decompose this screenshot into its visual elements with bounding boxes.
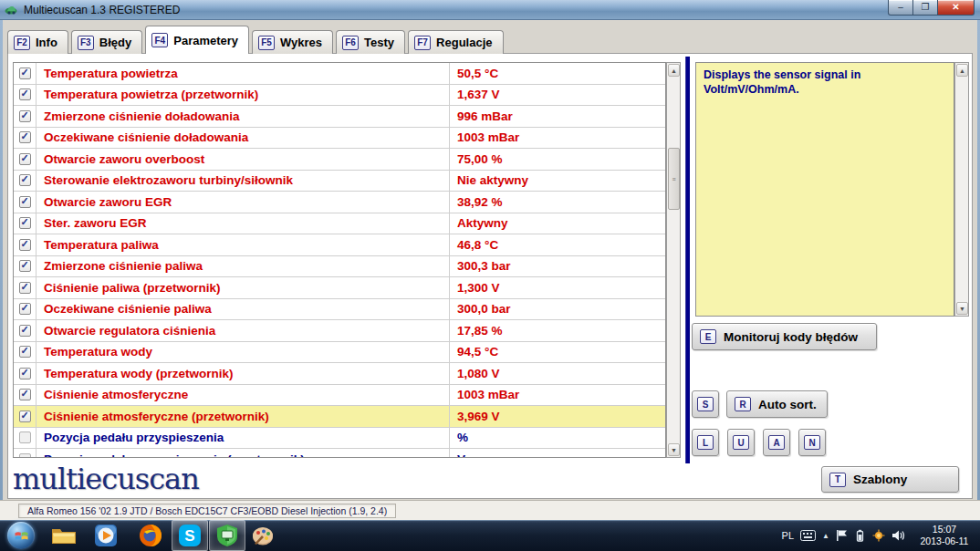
table-scrollbar-thumb[interactable]: ≡ [668, 148, 680, 210]
tab-f4-parametery[interactable]: F4 Parametery [145, 26, 249, 54]
tab-f3-błędy[interactable]: F3 Błędy [71, 30, 142, 54]
table-row[interactable]: Temperatura paliwa 46,8 °C [14, 234, 665, 256]
row-checkbox[interactable] [19, 411, 31, 422]
table-row[interactable]: Otwarcie zaworu overboost 75,00 % [14, 149, 665, 171]
row-checkbox[interactable] [19, 196, 31, 208]
row-checkbox[interactable] [19, 389, 31, 400]
table-row[interactable]: Temperatura powietrza 50,5 °C [14, 63, 665, 85]
network-alert-icon[interactable] [872, 529, 885, 542]
a-button[interactable]: A [763, 429, 790, 456]
row-checkbox[interactable] [19, 217, 31, 229]
minimize-button[interactable]: – [888, 0, 913, 16]
info-scroll-up-icon[interactable]: ▲ [956, 64, 968, 77]
clock-time: 15:07 [916, 524, 973, 535]
maximize-button[interactable]: ❐ [913, 0, 938, 16]
param-name: Temperatura powietrza (przetwornik) [44, 88, 258, 101]
tab-f2-info[interactable]: F2 Info [7, 30, 68, 54]
u-button[interactable]: U [727, 429, 755, 456]
row-checkbox[interactable] [19, 131, 31, 143]
app-icon [5, 4, 18, 16]
table-row[interactable]: Otwarcie zaworu EGR 38,92 % [14, 192, 665, 213]
param-value: 300,3 bar [457, 259, 511, 273]
param-value: % [457, 431, 468, 444]
param-value: 996 mBar [457, 109, 513, 123]
taskbar-firefox[interactable] [132, 520, 169, 551]
taskbar-windows-media-player[interactable] [88, 520, 124, 551]
auto-sort-button[interactable]: R Auto sort. [726, 390, 828, 418]
table-row[interactable]: Ciśnienie paliwa (przetwornik) 1,300 V [14, 277, 665, 299]
table-row[interactable]: Oczekiwane ciśnienie doładowania 1003 mB… [14, 128, 665, 150]
tab-key-badge: F6 [342, 36, 359, 50]
battery-icon[interactable] [854, 529, 866, 542]
row-checkbox[interactable] [19, 153, 31, 165]
row-checkbox[interactable] [19, 88, 31, 100]
panel-splitter[interactable] [685, 57, 690, 463]
param-value: 3,969 V [457, 410, 500, 423]
table-row[interactable]: Zmierzone ciśnienie paliwa 300,3 bar [14, 256, 665, 278]
tab-f7-regulacje[interactable]: F7 Regulacje [408, 30, 503, 54]
info-scroll-down-icon[interactable]: ▼ [956, 302, 968, 315]
show-hidden-icons-icon[interactable]: ▲ [822, 532, 829, 540]
row-checkbox[interactable] [19, 325, 31, 337]
scroll-up-icon[interactable]: ▲ [668, 64, 680, 77]
param-name: Zmierzone ciśnienie doładowania [44, 109, 240, 123]
status-bar: Alfa Romeo 156 '02 1.9 JTD / Bosch EDC15… [0, 500, 980, 520]
keyboard-icon[interactable] [800, 530, 816, 541]
table-row[interactable]: Ster. zaworu EGR Aktywny [14, 213, 665, 235]
title-bar[interactable]: Multiecuscan 1.3 REGISTERED – ❐ ✕ [0, 0, 980, 20]
monitor-error-codes-button[interactable]: E Monitoruj kody błędów [692, 323, 877, 350]
close-button[interactable]: ✕ [938, 0, 975, 16]
row-checkbox[interactable] [19, 110, 31, 122]
table-row[interactable]: Sterowanie elektrozaworu turbiny/siłowni… [14, 171, 665, 192]
n-button[interactable]: N [798, 429, 826, 456]
info-scrollbar[interactable]: ▲ ▼ [954, 62, 969, 317]
table-row[interactable]: Temperatura wody 94,5 °C [14, 342, 665, 364]
start-button[interactable] [7, 522, 35, 549]
row-checkbox[interactable] [19, 368, 31, 379]
table-row[interactable]: Oczekiwane ciśnienie paliwa 300,0 bar [14, 299, 665, 321]
param-name: Temperatura wody [44, 345, 152, 359]
table-row[interactable]: Pozycja pedału przyspieszenia (przetworn… [14, 449, 665, 458]
param-value: 300,0 bar [457, 302, 511, 316]
param-name: Temperatura paliwa [44, 238, 159, 252]
table-row[interactable]: Temperatura powietrza (przetwornik) 1,63… [14, 85, 665, 107]
taskbar-clock[interactable]: 15:07 2013-06-11 [916, 524, 973, 547]
table-row[interactable]: Ciśnienie atmosferyczne (przetwornik) 3,… [14, 406, 665, 428]
templates-button[interactable]: T Szablony [821, 466, 959, 493]
taskbar-windows-explorer[interactable] [46, 520, 82, 551]
l-button[interactable]: L [692, 429, 719, 456]
table-row[interactable]: Ciśnienie atmosferyczne 1003 mBar [14, 385, 665, 407]
window-controls: – ❐ ✕ [888, 0, 975, 16]
tab-label: Testy [364, 36, 394, 49]
tab-strip: F2 Info F3 Błędy F4 Parametery F5 Wykres… [7, 26, 504, 54]
clock-date: 2013-06-11 [916, 535, 973, 547]
row-checkbox[interactable] [19, 303, 31, 315]
s-button[interactable]: S [692, 390, 719, 418]
row-checkbox[interactable] [19, 431, 31, 443]
row-checkbox[interactable] [19, 346, 31, 358]
speaker-icon[interactable] [891, 529, 906, 542]
language-indicator[interactable]: PL [782, 530, 794, 541]
param-name: Temperatura powietrza [44, 67, 178, 80]
table-row[interactable]: Zmierzone ciśnienie doładowania 996 mBar [14, 106, 665, 128]
table-row[interactable]: Otwarcie regulatora ciśnienia 17,85 % [14, 320, 665, 342]
scroll-down-icon[interactable]: ▼ [668, 443, 680, 456]
row-checkbox[interactable] [19, 282, 31, 294]
row-checkbox[interactable] [19, 260, 31, 272]
taskbar-paint[interactable] [245, 520, 281, 551]
svg-text:S: S [184, 527, 194, 545]
table-scrollbar[interactable]: ▲ ≡ ▼ [666, 62, 681, 458]
tab-f5-wykres[interactable]: F5 Wykres [252, 30, 333, 54]
row-checkbox[interactable] [19, 68, 31, 79]
row-checkbox[interactable] [19, 453, 31, 458]
taskbar-multiecuscan-app[interactable] [209, 520, 245, 551]
row-checkbox[interactable] [19, 239, 31, 251]
table-row[interactable]: Pozycja pedału przyspieszenia % [14, 428, 665, 450]
row-checkbox[interactable] [19, 174, 31, 186]
table-row[interactable]: Temperatura wody (przetwornik) 1,080 V [14, 363, 665, 385]
taskbar-skype[interactable]: S [172, 520, 208, 551]
tab-f6-testy[interactable]: F6 Testy [336, 30, 405, 54]
tab-label: Parametery [173, 34, 238, 47]
action-center-flag-icon[interactable] [836, 529, 848, 542]
param-name: Zmierzone ciśnienie paliwa [44, 259, 203, 273]
